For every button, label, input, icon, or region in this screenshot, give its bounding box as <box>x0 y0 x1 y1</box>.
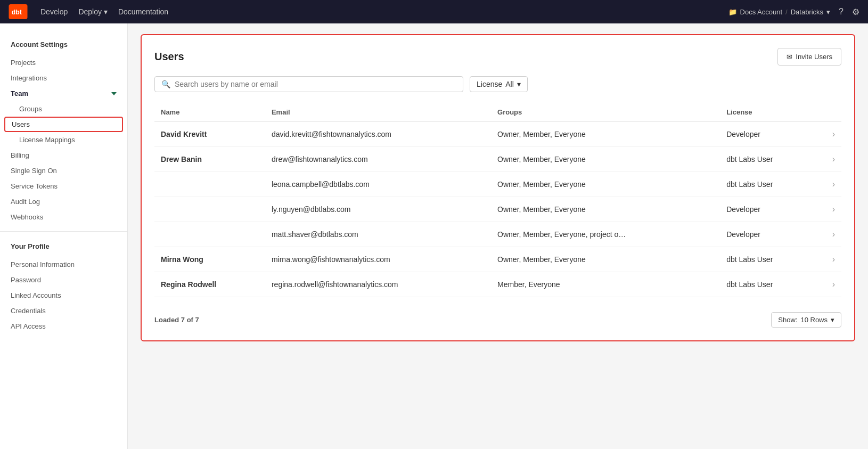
col-email: Email <box>265 103 491 122</box>
search-input[interactable] <box>175 80 456 88</box>
sidebar-item-license-mappings[interactable]: License Mappings <box>0 132 127 148</box>
sidebar-item-groups[interactable]: Groups <box>0 101 127 117</box>
table-body: David Krevitt david.krevitt@fishtownanal… <box>154 122 841 297</box>
page-layout: Account Settings Projects Integrations T… <box>0 23 868 449</box>
table-footer: Loaded 7 of 7 Show: 10 Rows ▾ <box>154 308 841 328</box>
row-chevron-icon[interactable]: › <box>816 147 841 172</box>
sidebar-item-personal-info[interactable]: Personal Information <box>0 257 127 272</box>
user-groups: Owner, Member, Everyone <box>491 172 720 197</box>
users-table: Name Email Groups License David Krevitt … <box>154 103 841 297</box>
col-license: License <box>720 103 816 122</box>
search-box[interactable]: 🔍 <box>154 76 463 92</box>
user-groups: Member, Everyone <box>491 272 720 297</box>
sidebar-item-linked-accounts[interactable]: Linked Accounts <box>0 288 127 303</box>
folder-icon: 📁 <box>728 8 737 16</box>
deploy-chevron-icon: ▾ <box>104 7 108 16</box>
settings-icon[interactable]: ⚙ <box>852 7 859 17</box>
logo[interactable]: dbt <box>9 4 28 19</box>
user-name <box>154 172 265 197</box>
search-icon: 🔍 <box>161 80 170 88</box>
sidebar-item-audit-log[interactable]: Audit Log <box>0 194 127 209</box>
table-row[interactable]: matt.shaver@dbtlabs.com Owner, Member, E… <box>154 222 841 247</box>
row-chevron-icon[interactable]: › <box>816 247 841 272</box>
col-groups: Groups <box>491 103 720 122</box>
user-name: Drew Banin <box>154 147 265 172</box>
nav-links: Develop Deploy ▾ Documentation <box>40 7 716 16</box>
sidebar-item-integrations[interactable]: Integrations <box>0 70 127 86</box>
license-filter-chevron-icon: ▾ <box>517 80 521 88</box>
user-groups: Owner, Member, Everyone <box>491 147 720 172</box>
sidebar-divider <box>0 231 127 232</box>
account-name: Docs Account <box>740 8 783 16</box>
show-rows-value: 10 Rows <box>800 316 828 324</box>
col-name: Name <box>154 103 265 122</box>
user-license: Developer <box>720 122 816 147</box>
user-license: dbt Labs User <box>720 172 816 197</box>
sidebar-item-credentials[interactable]: Credentials <box>0 303 127 319</box>
nav-deploy[interactable]: Deploy ▾ <box>78 7 108 16</box>
table-row[interactable]: Mirna Wong mirna.wong@fishtownanalytics.… <box>154 247 841 272</box>
row-chevron-icon[interactable]: › <box>816 272 841 297</box>
filters-bar: 🔍 License All ▾ <box>154 76 841 92</box>
topnav-right: 📁 Docs Account / Databricks ▾ ? ⚙ <box>728 7 859 17</box>
license-filter[interactable]: License All ▾ <box>470 76 528 92</box>
user-email: regina.rodwell@fishtownanalytics.com <box>265 272 491 297</box>
sidebar-item-billing[interactable]: Billing <box>0 148 127 163</box>
row-chevron-icon[interactable]: › <box>816 172 841 197</box>
sidebar-item-service-tokens[interactable]: Service Tokens <box>0 178 127 194</box>
user-license: dbt Labs User <box>720 247 816 272</box>
user-email: david.krevitt@fishtownanalytics.com <box>265 122 491 147</box>
loaded-count: Loaded 7 of 7 <box>154 316 199 324</box>
help-icon[interactable]: ? <box>839 7 844 17</box>
user-email: drew@fishtownanalytics.com <box>265 147 491 172</box>
user-groups: Owner, Member, Everyone <box>491 247 720 272</box>
row-chevron-icon[interactable]: › <box>816 222 841 247</box>
col-action <box>816 103 841 122</box>
show-rows-chevron-icon: ▾ <box>831 316 834 324</box>
account-switcher[interactable]: 📁 Docs Account / Databricks ▾ <box>728 8 831 16</box>
table-row[interactable]: David Krevitt david.krevitt@fishtownanal… <box>154 122 841 147</box>
user-email: leona.campbell@dbtlabs.com <box>265 172 491 197</box>
user-license: dbt Labs User <box>720 272 816 297</box>
user-name <box>154 197 265 222</box>
page-title: Users <box>154 51 184 63</box>
table-row[interactable]: leona.campbell@dbtlabs.com Owner, Member… <box>154 172 841 197</box>
sidebar-item-password[interactable]: Password <box>0 272 127 288</box>
users-header: Users ✉ Invite Users <box>154 48 841 66</box>
your-profile-heading: Your Profile <box>0 238 127 255</box>
nav-develop[interactable]: Develop <box>40 7 68 16</box>
license-filter-value: All <box>505 80 514 88</box>
main-content: Users ✉ Invite Users 🔍 License All ▾ <box>128 23 868 449</box>
team-expand-icon <box>111 92 117 95</box>
sidebar-item-webhooks[interactable]: Webhooks <box>0 209 127 225</box>
row-chevron-icon[interactable]: › <box>816 122 841 147</box>
top-navigation: dbt Develop Deploy ▾ Documentation 📁 Doc… <box>0 0 868 23</box>
sidebar-item-team[interactable]: Team <box>0 86 127 101</box>
nav-documentation[interactable]: Documentation <box>118 7 168 16</box>
license-filter-label: License <box>477 80 502 88</box>
user-email: matt.shaver@dbtlabs.com <box>265 222 491 247</box>
users-panel: Users ✉ Invite Users 🔍 License All ▾ <box>141 34 855 341</box>
table-row[interactable]: Regina Rodwell regina.rodwell@fishtownan… <box>154 272 841 297</box>
sidebar-item-users[interactable]: Users <box>4 117 123 132</box>
invite-users-button[interactable]: ✉ Invite Users <box>777 48 841 66</box>
sidebar-item-api-access[interactable]: API Access <box>0 319 127 334</box>
sidebar-item-sso[interactable]: Single Sign On <box>0 163 127 178</box>
table-row[interactable]: Drew Banin drew@fishtownanalytics.com Ow… <box>154 147 841 172</box>
account-settings-heading: Account Settings <box>0 36 127 53</box>
sidebar-item-projects[interactable]: Projects <box>0 55 127 70</box>
table-row[interactable]: ly.nguyen@dbtlabs.com Owner, Member, Eve… <box>154 197 841 222</box>
user-license: Developer <box>720 222 816 247</box>
user-name: David Krevitt <box>154 122 265 147</box>
user-email: mirna.wong@fishtownanalytics.com <box>265 247 491 272</box>
user-groups: Owner, Member, Everyone, project o… <box>491 222 720 247</box>
user-name <box>154 222 265 247</box>
user-name: Regina Rodwell <box>154 272 265 297</box>
user-license: dbt Labs User <box>720 147 816 172</box>
row-chevron-icon[interactable]: › <box>816 197 841 222</box>
show-rows-selector[interactable]: Show: 10 Rows ▾ <box>771 312 841 328</box>
user-groups: Owner, Member, Everyone <box>491 122 720 147</box>
table-header: Name Email Groups License <box>154 103 841 122</box>
workspace-name: Databricks <box>791 8 823 16</box>
show-rows-label: Show: <box>778 316 797 324</box>
